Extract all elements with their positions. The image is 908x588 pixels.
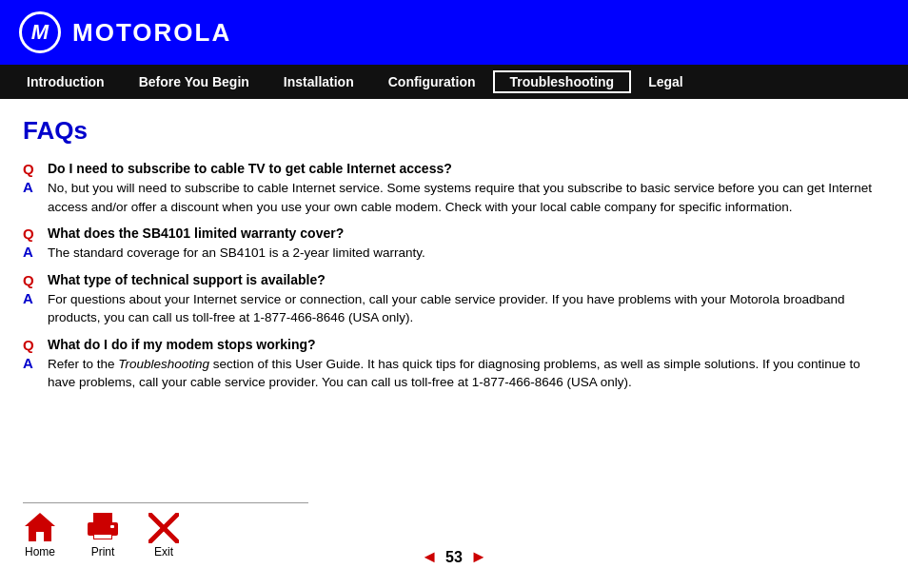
q-label-4: Q bbox=[23, 337, 44, 353]
exit-button[interactable]: Exit bbox=[148, 513, 179, 559]
faq-answer-3: For questions about your Internet servic… bbox=[48, 290, 885, 327]
q-label-2: Q bbox=[23, 225, 44, 242]
brand-name: MOTOROLA bbox=[72, 18, 231, 48]
footer-controls: Home Print bbox=[23, 511, 885, 559]
q-label-3: Q bbox=[23, 272, 44, 288]
svg-rect-4 bbox=[94, 514, 111, 521]
logo-circle: M bbox=[19, 11, 61, 53]
nav-item-before-you-begin[interactable]: Before You Begin bbox=[122, 70, 266, 93]
nav-item-troubleshooting[interactable]: Troubleshooting bbox=[493, 70, 632, 93]
print-label: Print bbox=[91, 545, 115, 559]
faq-question-1: Do I need to subscribe to cable TV to ge… bbox=[48, 161, 452, 176]
svg-rect-7 bbox=[110, 525, 114, 528]
faq-answer-4: Refer to the Troubleshooting section of … bbox=[48, 355, 885, 392]
faq-question-2: What does the SB4101 limited warranty co… bbox=[48, 225, 344, 241]
footer-nav-icons: Home Print bbox=[23, 511, 179, 559]
faq-question-4: What do I do if my modem stops working? bbox=[48, 337, 316, 352]
nav-item-installation[interactable]: Installation bbox=[266, 70, 371, 93]
next-page-button[interactable]: ► bbox=[470, 547, 487, 567]
navigation: Introduction Before You Begin Installati… bbox=[0, 65, 908, 99]
footer: Home Print bbox=[0, 502, 908, 588]
exit-label: Exit bbox=[154, 545, 173, 559]
faq-item-2: Q What does the SB4101 limited warranty … bbox=[23, 225, 885, 263]
home-button[interactable]: Home bbox=[23, 511, 57, 559]
a-label-4: A bbox=[23, 355, 44, 371]
header: M MOTOROLA bbox=[0, 0, 908, 65]
svg-rect-6 bbox=[89, 523, 117, 535]
faq-item-1: Q Do I need to subscribe to cable TV to … bbox=[23, 161, 885, 216]
faq-answer-2: The standard coverage for an SB4101 is a… bbox=[48, 244, 425, 263]
a-label-3: A bbox=[23, 290, 44, 306]
home-label: Home bbox=[25, 545, 55, 559]
prev-page-button[interactable]: ◄ bbox=[421, 547, 438, 567]
faq-answer-1: No, but you will need to subscribe to ca… bbox=[48, 179, 885, 216]
faq-item-4: Q What do I do if my modem stops working… bbox=[23, 337, 885, 392]
logo-m-icon: M bbox=[31, 20, 49, 45]
faq-question-3: What type of technical support is availa… bbox=[48, 272, 326, 287]
print-icon bbox=[84, 513, 122, 543]
a-label-2: A bbox=[23, 244, 44, 260]
q-label-1: Q bbox=[23, 161, 44, 177]
svg-marker-0 bbox=[25, 513, 55, 541]
a-label-1: A bbox=[23, 179, 44, 195]
page-title: FAQs bbox=[23, 116, 885, 146]
main-content: FAQs Q Do I need to subscribe to cable T… bbox=[0, 99, 908, 502]
nav-item-configuration[interactable]: Configuration bbox=[371, 70, 493, 93]
home-icon bbox=[23, 511, 57, 543]
faq-item-3: Q What type of technical support is avai… bbox=[23, 272, 885, 327]
page-number: 53 bbox=[445, 549, 463, 566]
footer-divider bbox=[23, 502, 308, 503]
page-navigation: ◄ 53 ► bbox=[421, 547, 486, 567]
nav-item-introduction[interactable]: Introduction bbox=[10, 70, 122, 93]
nav-item-legal[interactable]: Legal bbox=[631, 70, 701, 93]
exit-icon bbox=[148, 513, 179, 543]
print-button[interactable]: Print bbox=[84, 513, 122, 559]
